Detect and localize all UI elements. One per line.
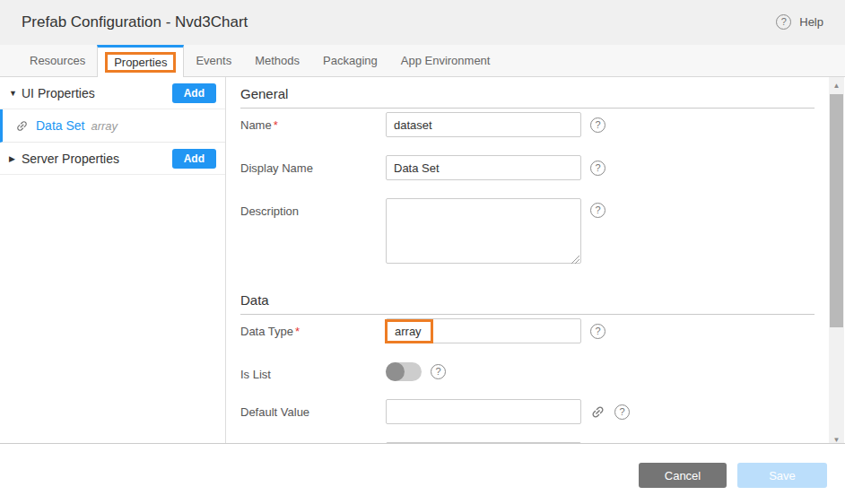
scrollbar-thumb[interactable] xyxy=(830,94,843,327)
help-question-icon: ? xyxy=(776,14,791,30)
link-icon xyxy=(13,116,31,135)
group-label-ui-properties: UI Properties xyxy=(22,86,172,100)
display-name-input[interactable] xyxy=(386,155,581,180)
is-list-toggle[interactable] xyxy=(386,362,422,381)
description-textarea[interactable] xyxy=(386,198,581,264)
section-title-data: Data xyxy=(240,292,815,315)
help-icon[interactable]: ? xyxy=(431,364,446,379)
properties-sidebar: ▼ UI Properties Add Data Set array ▶ Ser… xyxy=(0,77,226,443)
field-label: Data Type* xyxy=(240,318,386,343)
required-asterisk: * xyxy=(274,118,278,132)
caret-down-icon: ▼ xyxy=(9,89,22,98)
vertical-scrollbar[interactable]: ▲ ▼ xyxy=(829,77,844,448)
help-label: Help xyxy=(799,15,823,29)
dialog-header: Prefab Configuration - Nvd3Chart ? Help xyxy=(0,0,845,45)
property-form-panel: General Name* ? Display Name ? Descripti… xyxy=(227,77,829,443)
bind-link-icon[interactable] xyxy=(587,401,608,422)
add-ui-property-button[interactable]: Add xyxy=(172,83,216,103)
name-input[interactable] xyxy=(386,112,581,137)
sidebar-item-label: Data Set xyxy=(36,118,84,133)
default-value-input[interactable] xyxy=(386,399,581,424)
field-label: Display Name xyxy=(240,155,386,180)
field-row-is-list: Is List ? xyxy=(240,361,829,381)
data-type-input[interactable]: array xyxy=(386,318,581,343)
tab-properties[interactable]: Properties xyxy=(97,45,184,77)
field-label: Name* xyxy=(240,112,386,137)
required-asterisk: * xyxy=(295,325,300,338)
help-icon[interactable]: ? xyxy=(590,117,605,133)
sidebar-group-ui-properties[interactable]: ▼ UI Properties Add xyxy=(0,77,225,109)
tab-events[interactable]: Events xyxy=(184,45,243,76)
tab-app-environment[interactable]: App Environment xyxy=(389,45,502,76)
help-icon[interactable]: ? xyxy=(590,324,605,339)
help-icon[interactable]: ? xyxy=(614,404,630,420)
page-title: Prefab Configuration - Nvd3Chart xyxy=(22,13,248,31)
toggle-knob xyxy=(386,362,405,381)
tab-methods[interactable]: Methods xyxy=(243,45,311,76)
help-icon[interactable]: ? xyxy=(590,161,605,176)
tab-resources[interactable]: Resources xyxy=(18,45,97,76)
section-title-general: General xyxy=(240,86,815,109)
field-row-name: Name* ? xyxy=(240,112,829,137)
sidebar-item-type: array xyxy=(91,119,118,133)
field-row-display-name: Display Name ? xyxy=(240,155,829,180)
field-label: Description xyxy=(240,198,386,267)
add-server-property-button[interactable]: Add xyxy=(172,149,216,169)
dialog-footer: Cancel Save xyxy=(0,443,845,504)
field-row-description: Description ? xyxy=(240,198,829,267)
annotation-box-properties-tab: Properties xyxy=(105,52,176,73)
group-label-server-properties: Server Properties xyxy=(22,152,172,166)
sidebar-item-data-set[interactable]: Data Set array xyxy=(0,109,225,143)
tab-bar: Resources Properties Events Methods Pack… xyxy=(0,45,845,77)
help-icon[interactable]: ? xyxy=(590,203,605,218)
save-button[interactable]: Save xyxy=(737,463,827,488)
scroll-up-icon[interactable]: ▲ xyxy=(829,79,844,92)
help-button[interactable]: ? Help xyxy=(776,14,823,30)
cancel-button[interactable]: Cancel xyxy=(639,463,727,488)
field-row-data-type: Data Type* array ? xyxy=(240,318,829,343)
caret-right-icon: ▶ xyxy=(9,154,22,163)
field-label: Default Value xyxy=(240,399,386,424)
field-label: Is List xyxy=(240,361,386,381)
sidebar-group-server-properties[interactable]: ▶ Server Properties Add xyxy=(0,143,225,175)
field-row-default-value: Default Value ? xyxy=(240,399,829,424)
annotation-box-data-type: array xyxy=(385,319,433,343)
tab-packaging[interactable]: Packaging xyxy=(311,45,389,76)
